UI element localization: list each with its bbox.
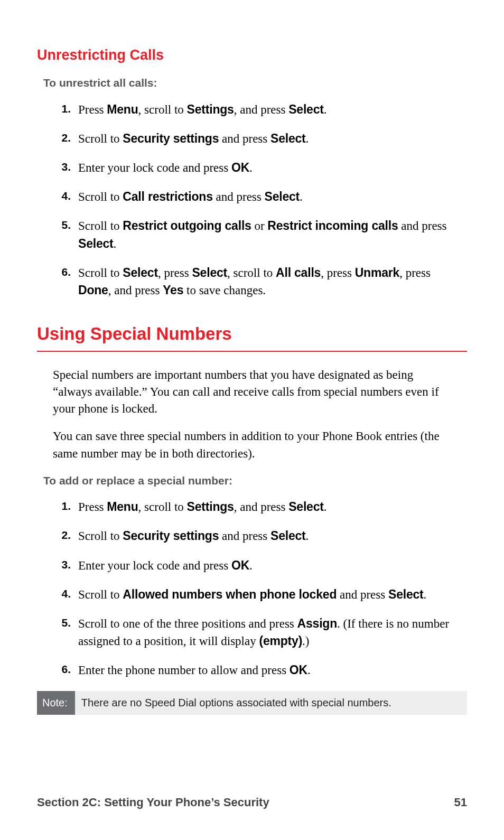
bold-term: Done [78, 283, 108, 297]
step-item: 1.Press Menu, scroll to Settings, and pr… [53, 498, 451, 516]
lead-add-special-number: To add or replace a special number: [43, 473, 467, 489]
bold-term: All calls [276, 266, 321, 279]
steps-special-numbers: 1.Press Menu, scroll to Settings, and pr… [53, 498, 451, 679]
bold-term: Settings [187, 102, 234, 116]
step-number: 1. [53, 498, 71, 514]
bold-term: Menu [107, 500, 138, 514]
bold-term: Unmark [355, 266, 399, 279]
bold-term: OK [231, 558, 249, 572]
step-item: 6.Enter the phone number to allow and pr… [53, 661, 451, 679]
bold-term: Select [123, 266, 158, 279]
step-item: 3.Enter your lock code and press OK. [53, 557, 451, 574]
special-numbers-para-1: Special numbers are important numbers th… [53, 367, 451, 418]
step-number: 3. [53, 557, 71, 572]
note-label: Note: [37, 691, 75, 715]
bold-term: Select [192, 266, 227, 279]
step-number: 5. [53, 217, 71, 232]
step-number: 2. [53, 130, 71, 145]
step-number: 6. [53, 661, 71, 677]
bold-term: Settings [187, 500, 234, 514]
bold-term: Select [288, 500, 324, 514]
bold-term: Select [265, 190, 300, 203]
step-item: 6.Scroll to Select, press Select, scroll… [53, 264, 451, 299]
step-item: 4.Scroll to Allowed numbers when phone l… [53, 586, 451, 603]
bold-term: Assign [297, 617, 337, 630]
step-number: 4. [53, 586, 71, 601]
step-item: 3.Enter your lock code and press OK. [53, 159, 451, 176]
bold-term: Select [288, 102, 324, 116]
step-item: 2.Scroll to Security settings and press … [53, 527, 451, 545]
step-number: 1. [53, 101, 71, 116]
page-footer: Section 2C: Setting Your Phone’s Securit… [37, 794, 467, 811]
step-item: 5.Scroll to one of the three positions a… [53, 615, 451, 650]
step-number: 5. [53, 615, 71, 630]
step-number: 2. [53, 527, 71, 543]
bold-term: Allowed numbers when phone locked [123, 587, 337, 601]
footer-section-title: Section 2C: Setting Your Phone’s Securit… [37, 794, 269, 811]
step-number: 4. [53, 188, 71, 203]
bold-term: Restrict outgoing calls [123, 219, 251, 232]
special-numbers-para-2: You can save three special numbers in ad… [53, 428, 451, 462]
bold-term: Security settings [123, 132, 219, 145]
step-number: 3. [53, 159, 71, 174]
bold-term: Yes [163, 283, 183, 297]
bold-term: Menu [107, 102, 138, 116]
bold-term: Select [270, 529, 306, 543]
bold-term: Restrict incoming calls [267, 219, 398, 232]
steps-unrestricting: 1.Press Menu, scroll to Settings, and pr… [53, 101, 451, 300]
bold-term: Security settings [123, 529, 219, 543]
note-box: Note: There are no Speed Dial options as… [37, 691, 467, 715]
bold-term: OK [231, 161, 249, 174]
note-text: There are no Speed Dial options associat… [75, 691, 467, 715]
bold-term: Select [270, 132, 306, 145]
step-number: 6. [53, 264, 71, 279]
page: Unrestricting Calls To unrestrict all ca… [0, 0, 504, 840]
bold-term: (empty) [259, 634, 302, 648]
step-item: 1.Press Menu, scroll to Settings, and pr… [53, 101, 451, 118]
bold-term: OK [290, 663, 307, 677]
bold-term: Select [388, 587, 424, 601]
lead-unrestrict-all-calls: To unrestrict all calls: [43, 75, 467, 91]
heading-using-special-numbers: Using Special Numbers [37, 321, 467, 351]
bold-term: Select [78, 237, 114, 250]
heading-rule [37, 351, 467, 352]
step-item: 5.Scroll to Restrict outgoing calls or R… [53, 217, 451, 252]
heading-unrestricting-calls: Unrestricting Calls [37, 45, 467, 66]
step-item: 2.Scroll to Security settings and press … [53, 130, 451, 147]
bold-term: Call restrictions [123, 190, 212, 203]
footer-page-number: 51 [454, 794, 467, 811]
step-item: 4.Scroll to Call restrictions and press … [53, 188, 451, 206]
